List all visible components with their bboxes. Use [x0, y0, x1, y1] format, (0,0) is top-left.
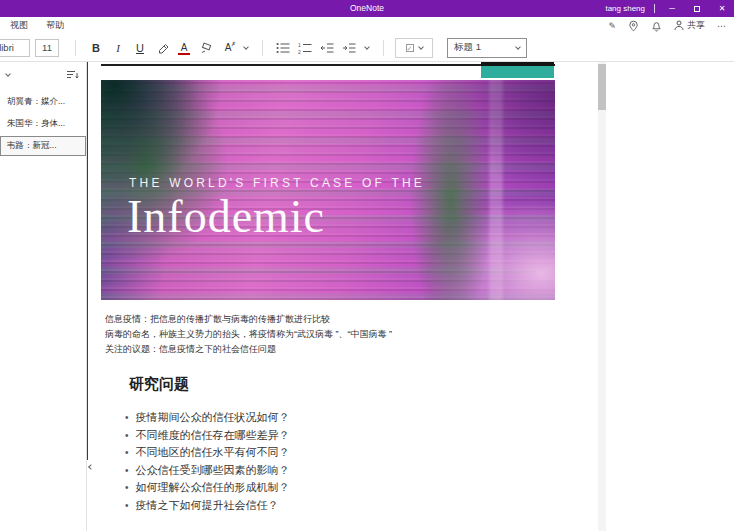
list-item[interactable]: 公众信任受到哪些因素的影响？ [125, 462, 555, 480]
font-name-select[interactable]: Calibri [0, 39, 30, 57]
bell-icon[interactable] [651, 20, 662, 32]
titlebar: OneNote tang sheng ─ ✕ [0, 0, 734, 17]
list-item[interactable]: 如何理解公众信任的形成机制？ [125, 479, 555, 497]
section-heading[interactable]: 研究问题 [129, 375, 555, 394]
toolbar-divider [262, 40, 263, 56]
list-item[interactable]: 疫情期间公众的信任状况如何？ [125, 409, 555, 427]
numbered-list-icon: 12 [298, 42, 312, 54]
research-question-list[interactable]: 疫情期间公众的信任状况如何？ 不同维度的信任存在哪些差异？ 不同地区的信任水平有… [125, 409, 555, 514]
location-icon[interactable] [628, 20, 639, 32]
increase-indent-button[interactable] [338, 38, 360, 58]
sort-icon[interactable] [67, 70, 79, 80]
format-painter-icon [200, 42, 213, 54]
svg-text:1: 1 [298, 42, 301, 48]
font-size-select[interactable]: 11 [35, 39, 59, 57]
maximize-icon [694, 6, 700, 12]
toolbar-divider [383, 40, 384, 56]
underline-button[interactable]: U [129, 38, 151, 58]
scrollbar-thumb[interactable] [598, 64, 606, 110]
close-button[interactable]: ✕ [714, 0, 730, 17]
share-label: 共享 [687, 19, 705, 32]
tab-view[interactable]: 视图 [10, 19, 28, 32]
font-color-glyph: A [181, 42, 188, 53]
note-paragraph[interactable]: 病毒的命名，种族主义势力的抬头，将疫情称为“武汉病毒 ”、“中国病毒 ” [105, 327, 555, 342]
note-paragraph[interactable]: 信息疫情：把信息的传播扩散与病毒的传播扩散进行比较 [105, 312, 555, 327]
font-group-chevron[interactable] [239, 38, 253, 58]
toolbar-divider [75, 40, 76, 56]
format-painter-button[interactable] [195, 38, 217, 58]
pen-icon[interactable]: ✎ [608, 21, 616, 31]
font-name-value: Calibri [0, 40, 14, 56]
numbered-list-button[interactable]: 12 [294, 38, 316, 58]
list-item[interactable]: 疫情之下如何提升社会信任？ [125, 497, 555, 515]
bold-button[interactable]: B [85, 38, 107, 58]
todo-tag-dropdown[interactable]: ✓ [395, 38, 433, 58]
font-color-bar [178, 53, 190, 55]
share-person-icon [674, 20, 684, 31]
style-value: 标题 1 [454, 41, 481, 54]
svg-text:2: 2 [298, 48, 301, 54]
minimize-button[interactable]: ─ [664, 0, 680, 17]
highlighter-icon [156, 41, 169, 54]
style-dropdown[interactable]: 标题 1 [447, 38, 527, 58]
note-paragraph[interactable]: 关注的议题：信息疫情之下的社会信任问题 [105, 342, 555, 357]
italic-button[interactable]: I [107, 38, 129, 58]
chevron-down-icon [364, 44, 370, 50]
note-canvas[interactable]: THE WORLD'S FIRST CASE OF THE Infodemic … [87, 62, 734, 531]
page-list-item-selected[interactable]: 韦路：新冠... [0, 136, 86, 156]
user-name[interactable]: tang sheng [605, 4, 645, 13]
image-eyebrow-text: THE WORLD'S FIRST CASE OF THE [129, 176, 425, 190]
canvas-left-rule [87, 62, 88, 460]
tab-help[interactable]: 帮助 [46, 19, 64, 32]
list-group-chevron[interactable] [360, 38, 374, 58]
checkbox-icon: ✓ [406, 44, 414, 52]
image-title-text: Infodemic [127, 192, 325, 243]
clipped-teal-box [481, 62, 554, 78]
titlebar-divider [654, 4, 655, 13]
maximize-button[interactable] [689, 0, 705, 17]
chevron-down-icon [515, 44, 521, 50]
note-paragraphs[interactable]: 信息疫情：把信息的传播扩散与病毒的传播扩散进行比较 病毒的命名，种族主义势力的抬… [105, 312, 555, 357]
page-list-item[interactable]: 朱国华：身体... [0, 114, 86, 134]
vertical-scrollbar[interactable] [598, 62, 606, 531]
highlighter-button[interactable] [151, 38, 173, 58]
font-color-button[interactable]: A [173, 38, 195, 58]
chevron-down-icon [418, 44, 424, 50]
decrease-indent-button[interactable] [316, 38, 338, 58]
decrease-indent-icon [320, 42, 334, 54]
increase-indent-icon [342, 42, 356, 54]
scroll-left-arrow[interactable] [89, 455, 93, 473]
more-options-icon[interactable]: ⋯ [717, 21, 726, 31]
note-page[interactable]: THE WORLD'S FIRST CASE OF THE Infodemic … [101, 62, 555, 514]
list-item[interactable]: 不同维度的信任存在哪些差异？ [125, 427, 555, 445]
chevron-down-icon [243, 44, 249, 50]
bulleted-list-button[interactable] [272, 38, 294, 58]
onenote-window: OneNote tang sheng ─ ✕ 视图 帮助 ✎ 共享 ⋯ [0, 0, 734, 532]
formatting-toolbar: Calibri 11 B I U A A✗ 12 ✓ [0, 34, 734, 62]
clipped-content-edge[interactable] [101, 62, 555, 78]
ribbon-tab-bar: 视图 帮助 ✎ 共享 ⋯ [0, 17, 734, 34]
sidebar-collapse-chevron[interactable] [5, 71, 11, 77]
infodemic-image[interactable]: THE WORLD'S FIRST CASE OF THE Infodemic [101, 80, 555, 300]
pages-sidebar: 胡翼青：媒介... 朱国华：身体... 韦路：新冠... [0, 62, 87, 531]
page-list-item[interactable]: 胡翼青：媒介... [0, 92, 86, 112]
share-button[interactable]: 共享 [674, 19, 705, 32]
bulleted-list-icon [276, 42, 290, 54]
list-item[interactable]: 不同地区的信任水平有何不同？ [125, 444, 555, 462]
clear-formatting-button[interactable]: A✗ [217, 38, 239, 58]
clear-format-x: ✗ [231, 40, 236, 47]
